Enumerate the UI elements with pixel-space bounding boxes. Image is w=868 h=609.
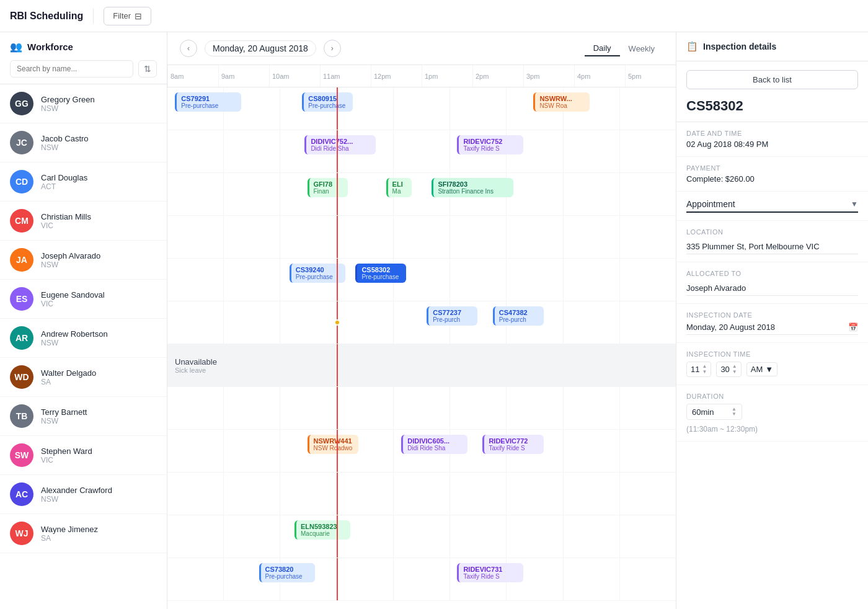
appt-sub: Stratton Finance Ins [438, 188, 508, 195]
appointment-CS77237[interactable]: CS77237Pre-purch [427, 306, 477, 326]
appointment-CS73820[interactable]: CS73820Pre-purchase [259, 563, 315, 582]
min-up-icon[interactable]: ▲ [732, 364, 737, 369]
appt-title: GFI78 [314, 180, 344, 188]
time-cell-7 [563, 173, 619, 215]
appt-sub: Pre-purchase [181, 102, 237, 109]
next-date-button[interactable]: › [324, 40, 341, 57]
appointment-select[interactable]: Appointment ▼ [686, 199, 858, 213]
ampm-select[interactable]: AM ▼ [746, 362, 777, 376]
back-to-list-button[interactable]: Back to list [686, 70, 858, 89]
appointment-CS79291[interactable]: CS79291Pre-purchase [175, 92, 241, 112]
hour-stepper[interactable]: 11 ▲ ▼ [686, 362, 711, 377]
unavailable-block: Unavailable Sick leave [167, 344, 676, 386]
appointment-arrow-icon: ▼ [851, 200, 858, 208]
daily-view-button[interactable]: Daily [585, 41, 620, 56]
time-cell-1 [223, 387, 280, 429]
appointment-CS47382[interactable]: CS47382Pre-purch [493, 306, 544, 326]
worker-item-w3[interactable]: CD Carl Douglas ACT [0, 162, 167, 202]
worker-state: NSW [41, 495, 112, 504]
appointment-RIDEVIC772[interactable]: RIDEVIC772Taxify Ride S [482, 435, 543, 454]
time-cell-7 [563, 515, 619, 558]
worker-name: Walter Delgado [41, 368, 96, 378]
calendar-icon[interactable]: 📅 [848, 322, 858, 332]
time-cell-0 [167, 473, 223, 515]
time-header: 8am9am10am11am12pm1pm2pm3pm4pm5pm [167, 65, 676, 87]
time-cell-8 [619, 558, 676, 600]
row-slots-w7: Unavailable Sick leave [167, 344, 676, 386]
worker-item-w4[interactable]: CM Christian Mills VIC [0, 202, 167, 241]
filter-label: Filter [113, 11, 131, 20]
time-cell-4 [393, 473, 450, 515]
time-cell-6 [506, 259, 562, 301]
appt-sub: Taxify Ride S [463, 573, 519, 580]
timeline-row-w12: CS73820Pre-purchaseRIDEVIC731Taxify Ride… [167, 558, 676, 601]
time-header-4pm: 4pm [574, 65, 625, 87]
worker-list: GG Gregory Green NSW JC Jacob Castro NSW… [0, 84, 167, 609]
inspection-date-label: Inspection date [686, 311, 858, 319]
worker-item-w11[interactable]: AC Alexander Crawford NSW [0, 475, 167, 514]
worker-item-w5[interactable]: JA Joseph Alvarado NSW [0, 241, 167, 280]
appointment-NSWRW441[interactable]: NSWRW441NSW Roadwo [308, 435, 358, 454]
worker-item-w7[interactable]: AR Andrew Robertson NSW [0, 319, 167, 358]
row-slots-w5: CS39240Pre-purchaseCS58302Pre-purchase [167, 259, 676, 301]
date-time-label: Date and time [686, 130, 858, 137]
appointment-DIDIVIC605...[interactable]: DIDIVIC605...Didi Ride Sha [401, 435, 467, 454]
search-input[interactable] [10, 60, 133, 78]
worker-avatar: ES [10, 287, 33, 311]
time-header-9am: 9am [218, 65, 269, 87]
worker-item-w1[interactable]: GG Gregory Green NSW [0, 84, 167, 123]
min-down-icon[interactable]: ▼ [732, 370, 737, 375]
location-input[interactable] [686, 239, 858, 254]
appt-title: RIDEVIC752 [463, 138, 519, 145]
worker-item-w12[interactable]: WJ Wayne Jimenez SA [0, 514, 167, 553]
time-header-1pm: 1pm [422, 65, 472, 87]
time-cell-4 [393, 387, 450, 429]
appointment-RIDEVIC731[interactable]: RIDEVIC731Taxify Ride S [457, 563, 523, 582]
appointment-GFI78[interactable]: GFI78Finan [308, 178, 348, 197]
worker-item-w6[interactable]: ES Eugene Sandoval VIC [0, 280, 167, 319]
appointment-NSWRW...[interactable]: NSWRW...NSW Roa [533, 92, 589, 112]
time-cell-6 [506, 515, 562, 558]
hour-up-icon[interactable]: ▲ [702, 364, 707, 369]
worker-avatar: AC [10, 482, 33, 506]
appointment-CS80915[interactable]: CS80915Pre-purchase [302, 92, 353, 112]
time-cell-8 [619, 216, 676, 258]
prev-date-button[interactable]: ‹ [180, 40, 197, 57]
time-cell-8 [619, 87, 676, 130]
worker-avatar: TB [10, 404, 33, 428]
worker-avatar: CM [10, 209, 33, 233]
timeline-row-w10 [167, 473, 676, 515]
appointment-DIDIVIC752...[interactable]: DIDIVIC752...Didi Ride Sha [304, 135, 376, 154]
worker-state: NSW [41, 143, 89, 152]
worker-item-w8[interactable]: WD Walter Delgado SA [0, 358, 167, 397]
time-cell-8 [619, 473, 676, 515]
worker-name: Alexander Crawford [41, 486, 112, 495]
time-cell-5 [450, 515, 506, 558]
appointment-ELN593823[interactable]: ELN593823Macquarie [294, 520, 350, 540]
worker-name: Wayne Jimenez [41, 525, 98, 534]
appointment-CS39240[interactable]: CS39240Pre-purchase [290, 264, 345, 283]
appointment-CS58302[interactable]: CS58302Pre-purchase [355, 264, 406, 283]
calendar-area: ‹ Monday, 20 August 2018 › Daily Weekly … [167, 32, 676, 609]
sidebar-title-row: 👥 Workforce [10, 41, 157, 53]
hour-down-icon[interactable]: ▼ [702, 370, 707, 375]
time-cell-8 [619, 173, 676, 215]
filter-icon: ⊟ [135, 11, 142, 21]
appointment-ELI[interactable]: ELIMa [386, 178, 412, 197]
main-layout: 👥 Workforce ⇅ GG Gregory Green NSW JC Ja… [0, 32, 868, 609]
allocated-input[interactable] [686, 281, 858, 296]
worker-item-w10[interactable]: SW Stephen Ward VIC [0, 436, 167, 475]
worker-item-w2[interactable]: JC Jacob Castro NSW [0, 123, 167, 162]
appointment-SFI78203[interactable]: SFI78203Stratton Finance Ins [432, 178, 513, 197]
time-cell-1 [223, 515, 280, 558]
row-slots-w9: NSWRW441NSW RoadwoDIDIVIC605...Didi Ride… [167, 430, 676, 472]
duration-stepper[interactable]: 60min ▲ ▼ [686, 404, 742, 420]
time-header-5pm: 5pm [625, 65, 676, 87]
duration-down-icon[interactable]: ▼ [732, 412, 737, 417]
appointment-RIDEVIC752[interactable]: RIDEVIC752Taxify Ride S [457, 135, 523, 154]
filter-button[interactable]: Filter ⊟ [104, 7, 151, 25]
weekly-view-button[interactable]: Weekly [620, 41, 663, 56]
min-stepper[interactable]: 30 ▲ ▼ [716, 362, 741, 377]
worker-item-w9[interactable]: TB Terry Barnett NSW [0, 397, 167, 436]
sort-button[interactable]: ⇅ [138, 60, 157, 78]
